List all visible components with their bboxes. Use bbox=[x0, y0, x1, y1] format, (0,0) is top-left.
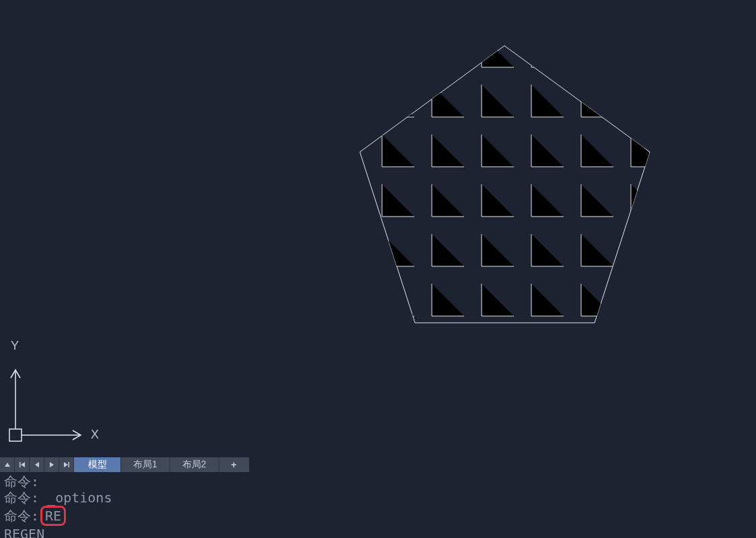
highlighted-command: RE bbox=[40, 506, 66, 526]
svg-marker-9 bbox=[64, 462, 68, 467]
tab-nav-prev-icon[interactable] bbox=[30, 457, 44, 472]
tab-layout1[interactable]: 布局1 bbox=[121, 457, 170, 472]
command-line-2: 命令: _options bbox=[4, 490, 752, 506]
command-line-panel[interactable]: 命令: 命令: _options 命令:RE REGEN bbox=[0, 472, 756, 538]
svg-marker-8 bbox=[50, 462, 54, 467]
tab-nav-first-icon[interactable] bbox=[15, 457, 30, 472]
ucs-icon bbox=[9, 370, 81, 441]
tab-model[interactable]: 模型 bbox=[74, 457, 121, 472]
svg-rect-5 bbox=[20, 462, 21, 467]
tab-nav-next-icon[interactable] bbox=[44, 457, 59, 472]
command-line-4: REGEN bbox=[4, 526, 752, 538]
layout-tab-bar: 模型 布局1 布局2 + bbox=[0, 457, 756, 472]
svg-marker-4 bbox=[5, 463, 10, 467]
ucs-y-label: Y bbox=[11, 339, 19, 353]
svg-marker-7 bbox=[35, 462, 39, 467]
tab-nav-last-icon[interactable] bbox=[59, 457, 74, 472]
svg-rect-1 bbox=[9, 429, 22, 441]
svg-rect-10 bbox=[68, 462, 69, 467]
drawing-canvas[interactable]: X Y bbox=[0, 0, 756, 457]
ucs-x-label: X bbox=[91, 428, 99, 442]
svg-marker-6 bbox=[21, 462, 25, 467]
tab-layout2[interactable]: 布局2 bbox=[170, 457, 219, 472]
tab-bar-spacer bbox=[250, 457, 756, 472]
command-line-1: 命令: bbox=[4, 473, 752, 490]
command-line-3: 命令:RE bbox=[4, 506, 752, 526]
pentagon-shape bbox=[360, 46, 650, 323]
tab-add-button[interactable]: + bbox=[219, 457, 250, 472]
hatch-pattern bbox=[382, 35, 663, 316]
tab-nav-up-icon[interactable] bbox=[0, 457, 15, 472]
